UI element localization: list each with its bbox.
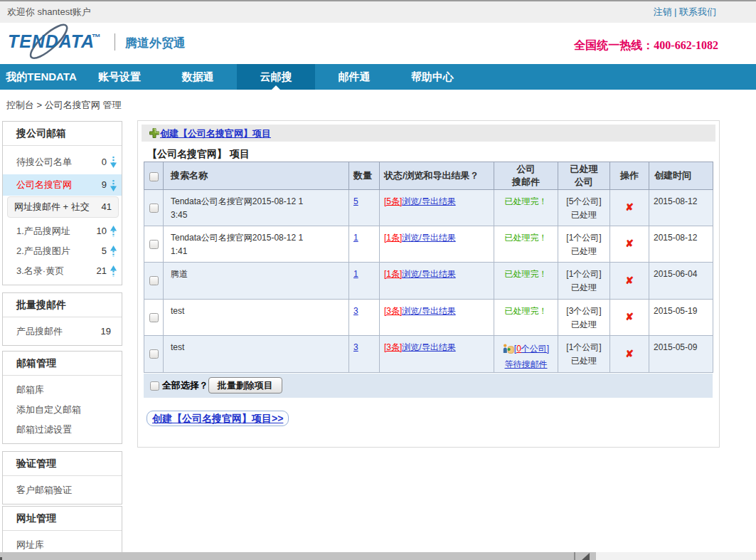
svg-text:™: ™: [92, 32, 101, 43]
svg-text:TENDATA: TENDATA: [8, 31, 95, 51]
